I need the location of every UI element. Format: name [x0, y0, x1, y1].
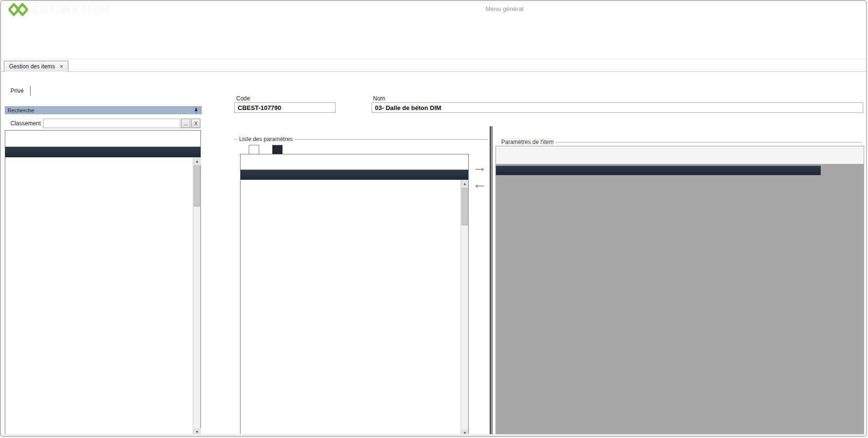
- items-grid: ▲ ▼: [5, 130, 201, 436]
- code-field[interactable]: CBEST-107790: [234, 102, 336, 113]
- window-title: Menu général: [485, 5, 524, 12]
- menu-bar: [1, 17, 866, 29]
- item-params-group-label: Paramètres de l'item: [499, 139, 556, 145]
- close-tab-icon[interactable]: ×: [60, 63, 63, 70]
- params-list-body: [241, 180, 461, 436]
- item-params-grid-header: [496, 166, 821, 175]
- search-panel: Recherche Classement ... X ▲ ▼: [5, 106, 202, 436]
- pin-icon[interactable]: [193, 108, 199, 113]
- classement-label: Classement: [11, 120, 41, 127]
- item-params-grid: [495, 165, 821, 175]
- params-scrollbar[interactable]: ▲ ▼: [461, 180, 468, 436]
- params-list-panel: Liste des paramètres ▲ ▼ → ←: [207, 126, 490, 436]
- tab-systeme[interactable]: [249, 145, 259, 154]
- params-grid: ▲ ▼: [240, 154, 469, 436]
- tab-prive-params[interactable]: [272, 145, 283, 154]
- transfer-left-icon[interactable]: ←: [472, 175, 487, 192]
- brand: ESTIMATION: [9, 3, 111, 16]
- classement-row: Classement ... X: [5, 119, 202, 128]
- code-label: Code: [236, 95, 250, 102]
- main-toolbar: [1, 29, 866, 59]
- title-bar: ESTIMATION Menu général: [1, 1, 866, 17]
- nom-label: Nom: [373, 95, 385, 102]
- nom-field[interactable]: 03- Dalle de béton DIM: [372, 102, 863, 113]
- clear-button[interactable]: X: [191, 119, 200, 128]
- items-grid-header: [5, 147, 200, 157]
- application-window: ESTIMATION Menu général Gestion des item…: [0, 0, 867, 437]
- item-params-panel: Paramètres de l'item: [494, 126, 865, 436]
- record-toolbar: [1, 73, 866, 85]
- browse-button[interactable]: ...: [181, 119, 190, 128]
- items-list: [5, 157, 193, 436]
- items-grid-toolbar: [5, 131, 200, 147]
- params-grid-header: [241, 170, 468, 180]
- brand-name: ESTIMATION: [32, 3, 111, 16]
- params-grid-toolbar: [241, 154, 468, 170]
- recherche-header: Recherche: [5, 106, 202, 114]
- items-scrollbar[interactable]: ▲ ▼: [193, 157, 200, 436]
- document-tab-strip: Gestion des items ×: [1, 60, 866, 72]
- item-params-toolbar: [495, 146, 864, 164]
- panel-splitter[interactable]: [490, 126, 493, 436]
- classement-input[interactable]: [43, 119, 180, 128]
- transfer-right-icon[interactable]: →: [472, 159, 487, 175]
- brand-green-icon: [9, 3, 28, 16]
- tab-prive[interactable]: Privé: [5, 86, 31, 96]
- params-list-group-label: Liste des paramètres: [237, 136, 295, 142]
- tab-gestion-des-items[interactable]: Gestion des items ×: [4, 61, 68, 72]
